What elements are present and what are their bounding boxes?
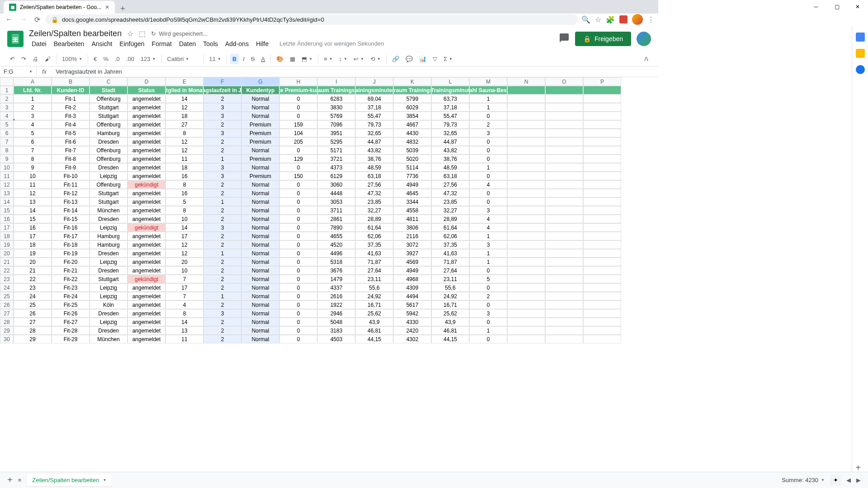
- cell[interactable]: Normal: [241, 266, 279, 275]
- cell[interactable]: 3854: [393, 112, 431, 120]
- cell[interactable]: [507, 300, 545, 309]
- cell[interactable]: 0: [279, 326, 317, 335]
- col-header-I[interactable]: I: [317, 77, 355, 86]
- cell[interactable]: [583, 189, 621, 197]
- cell[interactable]: [545, 155, 583, 163]
- cell[interactable]: 18: [14, 240, 52, 249]
- row-header-19[interactable]: 19: [0, 240, 14, 249]
- cell[interactable]: 7: [165, 275, 203, 283]
- cell[interactable]: 1: [203, 197, 241, 206]
- col-header-P[interactable]: P: [583, 77, 621, 86]
- cell[interactable]: angemeldet: [127, 232, 165, 240]
- cell[interactable]: 4: [469, 180, 507, 189]
- user-avatar[interactable]: [637, 32, 651, 46]
- cell[interactable]: 3721: [317, 155, 355, 163]
- cell[interactable]: Fit-21: [52, 266, 90, 275]
- row-header-16[interactable]: 16: [0, 215, 14, 223]
- cell[interactable]: 150: [279, 172, 317, 180]
- cell[interactable]: [583, 309, 621, 318]
- cell[interactable]: 2: [203, 180, 241, 189]
- cell[interactable]: 61,64: [355, 223, 393, 232]
- cell[interactable]: Normal: [241, 146, 279, 155]
- cell[interactable]: [545, 232, 583, 240]
- cell[interactable]: 205: [279, 137, 317, 146]
- print-button[interactable]: 🖨: [30, 54, 41, 64]
- font-size-dropdown[interactable]: 11▼: [207, 54, 224, 64]
- cell[interactable]: [545, 197, 583, 206]
- cell[interactable]: [583, 197, 621, 206]
- row-header-26[interactable]: 26: [0, 300, 14, 309]
- cell[interactable]: 17: [165, 232, 203, 240]
- cell[interactable]: angemeldet: [127, 309, 165, 318]
- cell[interactable]: 2: [203, 326, 241, 335]
- cell[interactable]: [583, 137, 621, 146]
- cell[interactable]: 2: [14, 103, 52, 112]
- cell[interactable]: 1479: [317, 275, 355, 283]
- cell[interactable]: [545, 112, 583, 120]
- cell[interactable]: 11: [14, 180, 52, 189]
- header-cell[interactable]: ragslaufzeit in Ja: [203, 86, 241, 94]
- cell[interactable]: 5942: [393, 309, 431, 318]
- cell[interactable]: 2: [203, 137, 241, 146]
- cell[interactable]: Fit-25: [52, 300, 90, 309]
- cell[interactable]: [583, 335, 621, 343]
- col-header-N[interactable]: N: [507, 77, 545, 86]
- col-header-B[interactable]: B: [52, 77, 90, 86]
- cell[interactable]: [507, 318, 545, 326]
- cell[interactable]: 4503: [317, 335, 355, 343]
- cell[interactable]: [545, 206, 583, 215]
- cell[interactable]: [507, 326, 545, 335]
- menu-hilfe[interactable]: Hilfe: [253, 39, 271, 48]
- cell[interactable]: [545, 215, 583, 223]
- row-header-25[interactable]: 25: [0, 292, 14, 300]
- cell[interactable]: 0: [469, 197, 507, 206]
- cell[interactable]: München: [90, 335, 127, 343]
- new-tab-button[interactable]: +: [115, 4, 131, 14]
- cell[interactable]: 3676: [317, 266, 355, 275]
- cell[interactable]: Normal: [241, 292, 279, 300]
- forward-button[interactable]: →: [18, 14, 29, 25]
- cell[interactable]: 27: [165, 120, 203, 129]
- cell[interactable]: [507, 232, 545, 240]
- cell[interactable]: [545, 94, 583, 103]
- header-cell[interactable]: Kundentyp: [241, 86, 279, 94]
- cell[interactable]: Premium: [241, 155, 279, 163]
- cell[interactable]: Leipzig: [90, 258, 127, 266]
- cell[interactable]: Premium: [241, 172, 279, 180]
- cell[interactable]: [507, 206, 545, 215]
- cell[interactable]: 11: [165, 155, 203, 163]
- cell[interactable]: [583, 155, 621, 163]
- cell[interactable]: Normal: [241, 240, 279, 249]
- cell[interactable]: angemeldet: [127, 197, 165, 206]
- cell[interactable]: gekündigt: [127, 275, 165, 283]
- cell[interactable]: 1: [469, 103, 507, 112]
- cell[interactable]: 12: [14, 189, 52, 197]
- cell[interactable]: 27,56: [355, 180, 393, 189]
- cell[interactable]: 0: [279, 318, 317, 326]
- cell[interactable]: angemeldet: [127, 206, 165, 215]
- cell[interactable]: 3: [203, 129, 241, 137]
- cell[interactable]: 5020: [393, 155, 431, 163]
- cell[interactable]: 37,18: [431, 103, 469, 112]
- cell[interactable]: 4949: [393, 180, 431, 189]
- cell[interactable]: [507, 223, 545, 232]
- cell[interactable]: angemeldet: [127, 155, 165, 163]
- cell[interactable]: 10: [14, 172, 52, 180]
- cell[interactable]: 2116: [393, 232, 431, 240]
- cell[interactable]: 5039: [393, 146, 431, 155]
- cell[interactable]: 13: [14, 197, 52, 206]
- cell[interactable]: Fit-16: [52, 223, 90, 232]
- borders-button[interactable]: ▦: [287, 54, 298, 64]
- cell[interactable]: [583, 232, 621, 240]
- cell[interactable]: 3951: [317, 129, 355, 137]
- cell[interactable]: angemeldet: [127, 189, 165, 197]
- cell[interactable]: [583, 223, 621, 232]
- share-button[interactable]: 🔒 Freigeben: [575, 32, 631, 46]
- cell[interactable]: angemeldet: [127, 326, 165, 335]
- cell[interactable]: 3: [203, 103, 241, 112]
- cell[interactable]: Normal: [241, 94, 279, 103]
- row-header-18[interactable]: 18: [0, 232, 14, 240]
- dec-increase-button[interactable]: .00: [123, 54, 137, 64]
- cell[interactable]: [507, 137, 545, 146]
- cell[interactable]: Fit-23: [52, 283, 90, 292]
